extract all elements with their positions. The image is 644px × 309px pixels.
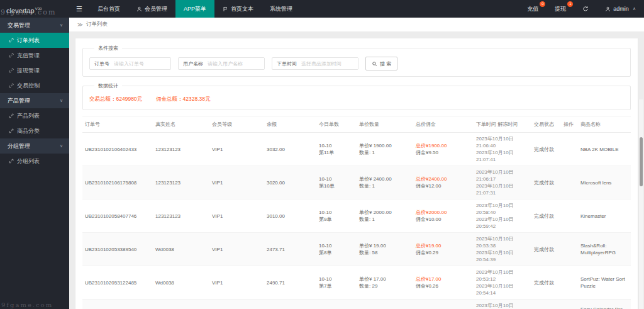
sidebar-item-商品分类[interactable]: 商品分类 <box>0 123 69 138</box>
withdraw-nav-item[interactable]: 提现 1 <box>547 0 574 18</box>
table-row[interactable]: UB2310102106175808123123123VIP13020.0010… <box>82 166 631 199</box>
sidebar-item-分组列表[interactable]: 分组列表 <box>0 154 69 169</box>
nav-item-后台首页[interactable]: 后台首页 <box>89 0 128 18</box>
cell-member-level: VIP1 <box>209 233 264 266</box>
search-legend: 条件搜索 <box>94 45 122 52</box>
order-table-header-row: 订单号真实姓名会员等级余额今日单数单价数量总价佣金下单时间 解冻时间交易状态操作… <box>82 116 631 133</box>
stats-line: 交易总额：6249980元 佣金总额：42328.38元 <box>89 94 624 104</box>
cell-operation <box>561 166 578 199</box>
search-fieldset: 条件搜索 订单号 用户名称 下单时间 搜 索 <box>82 45 631 77</box>
recharge-nav-item[interactable]: 充值 0 <box>519 0 547 18</box>
cell-total-commission: 总价¥19.00佣金¥0.29 <box>413 233 474 266</box>
table-row[interactable]: UB2310102053081087Wd0038VIP12505.7110-10… <box>82 300 631 309</box>
cell-member-level: VIP1 <box>209 300 264 309</box>
cell-balance: 3010.00 <box>264 199 316 233</box>
cell-today-orders: 10-10第8单 <box>316 233 357 266</box>
refresh-button[interactable] <box>574 0 597 18</box>
app-logo-text: clevertap <box>6 7 35 14</box>
cell-order-no: UB2310102058407746 <box>82 199 153 233</box>
cell-member-level: VIP1 <box>209 266 264 300</box>
search-button[interactable]: 搜 索 <box>365 57 397 70</box>
navbar-menu: 后台首页会员管理APP菜单首页文本系统管理 <box>89 0 301 18</box>
cell-balance: 3032.00 <box>264 133 316 166</box>
column-header: 余额 <box>264 116 316 133</box>
sidebar-group-label: 产品管理 <box>8 93 30 108</box>
cell-status: 完成付款 <box>531 133 561 166</box>
sidebar-item-充值管理[interactable]: 充值管理 <box>0 48 69 63</box>
user-menu[interactable]: admin ∧ <box>597 0 644 18</box>
cell-balance: 3020.00 <box>264 166 316 199</box>
table-row[interactable]: UB2310102053389540Wd0038VIP12473.7110-10… <box>82 233 631 266</box>
hamburger-icon: ☰ <box>76 5 82 13</box>
sidebar-item-label: 产品列表 <box>17 108 40 123</box>
table-row[interactable]: UB2310102106402433123123123VIP13032.0010… <box>82 133 631 166</box>
top-navbar: clevertapV30 9fgame.com ☰ 后台首页会员管理APP菜单首… <box>0 0 644 18</box>
cell-real-name: 123123123 <box>153 199 209 233</box>
sidebar-item-label: 交易控制 <box>17 78 40 93</box>
recharge-badge: 0 <box>540 1 545 7</box>
user-name-field-group: 用户名称 <box>178 57 265 70</box>
breadcrumb: ≫ 订单列表 <box>69 18 644 32</box>
sidebar-item-label: 分组列表 <box>17 154 40 169</box>
cell-unit-price-qty: 单价¥ 1900.00数量: 1 <box>357 133 413 166</box>
breadcrumb-label: 订单列表 <box>86 21 108 28</box>
cell-product: Kinemaster <box>578 199 631 233</box>
column-header: 今日单数 <box>316 116 357 133</box>
order-time-input[interactable] <box>301 58 358 69</box>
breadcrumb-icon: ≫ <box>77 21 83 28</box>
user-icon <box>605 6 611 12</box>
table-row[interactable]: UB2310102058407746123123123VIP13010.0010… <box>82 199 631 233</box>
nav-item-会员管理[interactable]: 会员管理 <box>128 0 175 18</box>
username: admin <box>613 6 629 12</box>
sidebar-item-label: 订单列表 <box>17 33 40 48</box>
nav-item-系统管理[interactable]: 系统管理 <box>262 0 301 18</box>
nav-item-label: 后台首页 <box>97 5 120 13</box>
flag-icon <box>223 6 228 12</box>
scrollbar-thumb[interactable] <box>640 137 643 186</box>
chevron-down-icon: ∨ <box>60 93 63 108</box>
table-row[interactable]: UB2310102053122485Wd0038VIP12490.7110-10… <box>82 266 631 300</box>
cell-operation <box>561 199 578 233</box>
nav-item-APP菜单[interactable]: APP菜单 <box>175 0 214 18</box>
nav-item-label: 首页文本 <box>231 5 253 13</box>
link-icon <box>9 38 14 43</box>
cell-status: 完成付款 <box>531 266 561 300</box>
sidebar-group-title[interactable]: 分组管理∨ <box>0 138 69 154</box>
column-header: 商品名称 <box>578 116 631 133</box>
sidebar-item-产品列表[interactable]: 产品列表 <box>0 108 69 123</box>
cell-today-orders: 10-10第6单 <box>316 300 357 309</box>
nav-item-首页文本[interactable]: 首页文本 <box>214 0 262 18</box>
cell-order-no: UB2310102106175808 <box>82 166 153 199</box>
app-logo-version: V30 <box>35 7 42 11</box>
cell-real-name: 123123123 <box>153 133 209 166</box>
link-icon <box>9 128 14 133</box>
navbar-right: 充值 0 提现 1 admin ∧ <box>519 0 644 18</box>
cell-operation <box>561 300 578 309</box>
order-no-input[interactable] <box>114 58 170 69</box>
user-name-input[interactable] <box>208 58 264 69</box>
sidebar-item-订单列表[interactable]: 订单列表 <box>0 33 69 48</box>
cell-unit-price-qty: 单价¥ 17.00数量: 29 <box>357 266 413 300</box>
cell-today-orders: 10-10第10单 <box>316 166 357 199</box>
link-icon <box>9 53 14 58</box>
sidebar-group-title[interactable]: 交易管理∨ <box>0 18 69 33</box>
column-header: 交易状态 <box>531 116 561 133</box>
sidebar-item-label: 提现管理 <box>17 63 40 78</box>
search-row: 订单号 用户名称 下单时间 搜 索 <box>89 57 624 70</box>
sidebar-item-提现管理[interactable]: 提现管理 <box>0 63 69 78</box>
sidebar-item-交易控制[interactable]: 交易控制 <box>0 78 69 93</box>
chevron-down-icon: ∨ <box>60 18 63 33</box>
order-list-card: 条件搜索 订单号 用户名称 下单时间 搜 索 <box>75 38 638 309</box>
cell-total-commission: 总价¥15.00佣金¥0.23 <box>413 300 474 309</box>
nav-item-label: APP菜单 <box>184 5 206 13</box>
nav-item-label: 系统管理 <box>270 5 292 13</box>
sidebar-item-label: 商品分类 <box>17 123 40 138</box>
collapse-sidebar-button[interactable]: ☰ <box>69 0 89 18</box>
column-header: 真实姓名 <box>153 116 209 133</box>
cell-today-orders: 10-10第11单 <box>316 133 357 166</box>
cell-real-name: Wd0038 <box>153 233 209 266</box>
column-header: 会员等级 <box>209 116 264 133</box>
vertical-scrollbar[interactable] <box>638 99 643 309</box>
sidebar-group-title[interactable]: 产品管理∨ <box>0 93 69 108</box>
order-no-label: 订单号 <box>90 60 114 67</box>
